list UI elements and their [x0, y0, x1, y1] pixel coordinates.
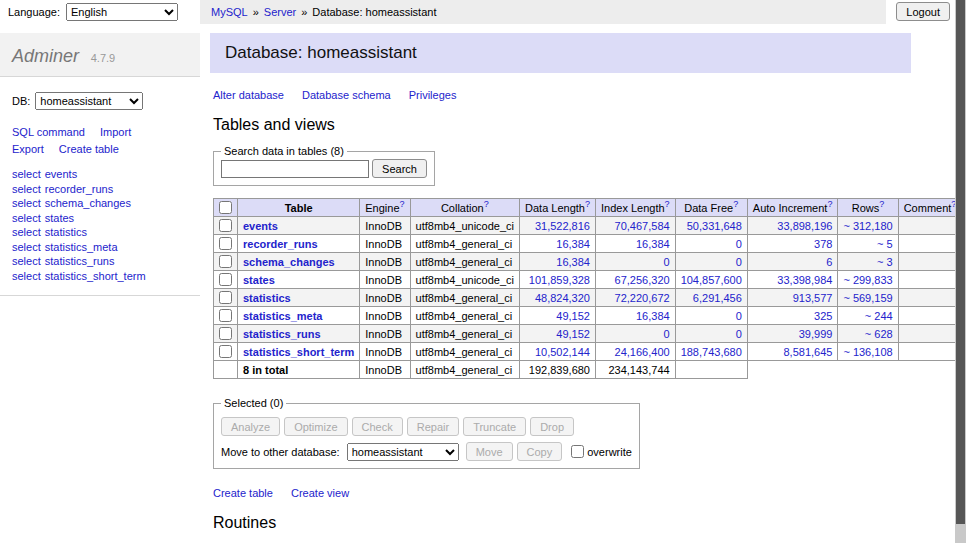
row-select-checkbox[interactable]: [219, 219, 232, 232]
sidebar-table-link[interactable]: recorder_runs: [45, 183, 113, 195]
row-select-checkbox[interactable]: [219, 345, 232, 358]
search-input[interactable]: [221, 160, 369, 178]
create-table-link-main[interactable]: Create table: [213, 487, 273, 499]
alter-database-link[interactable]: Alter database: [213, 89, 284, 101]
db-select[interactable]: homeassistant: [35, 92, 143, 110]
table-name-link[interactable]: schema_changes: [243, 256, 335, 268]
auto-increment-link[interactable]: 913,577: [793, 292, 833, 304]
data-free-link[interactable]: 0: [736, 256, 742, 268]
sidebar-table-link[interactable]: statistics_short_term: [45, 270, 146, 282]
table-name-link[interactable]: states: [243, 274, 275, 286]
vertical-scrollbar[interactable]: [955, 0, 966, 543]
data-free-help-link[interactable]: ?: [733, 199, 738, 209]
table-name-link[interactable]: statistics_runs: [243, 328, 321, 340]
row-select-checkbox[interactable]: [219, 291, 232, 304]
engine-help-link[interactable]: ?: [400, 199, 405, 209]
move-database-select[interactable]: homeassistant: [347, 443, 459, 461]
database-schema-link[interactable]: Database schema: [302, 89, 391, 101]
collation-help-link[interactable]: ?: [484, 199, 489, 209]
logout-button[interactable]: Logout: [896, 2, 950, 21]
index-length-help-link[interactable]: ?: [665, 199, 670, 209]
auto-increment-help-link[interactable]: ?: [827, 199, 832, 209]
create-table-link[interactable]: Create table: [59, 143, 119, 155]
data-length-link[interactable]: 48,824,320: [535, 292, 590, 304]
optimize-button[interactable]: Optimize: [284, 417, 347, 436]
check-button[interactable]: Check: [352, 417, 403, 436]
rows-help-link[interactable]: ?: [879, 199, 884, 209]
table-name-link[interactable]: recorder_runs: [243, 238, 318, 250]
data-length-link[interactable]: 31,522,816: [535, 220, 590, 232]
data-length-link[interactable]: 101,859,328: [529, 274, 590, 286]
auto-increment-link[interactable]: 325: [814, 310, 832, 322]
truncate-button[interactable]: Truncate: [463, 417, 526, 436]
breadcrumb-server-link[interactable]: Server: [264, 6, 296, 18]
data-free-link[interactable]: 0: [736, 328, 742, 340]
sidebar-select-link[interactable]: select: [12, 212, 41, 224]
data-free-link[interactable]: 0: [736, 310, 742, 322]
row-select-checkbox[interactable]: [219, 327, 232, 340]
overwrite-checkbox[interactable]: [571, 445, 584, 458]
rows-link[interactable]: ~ 5: [877, 238, 893, 250]
sidebar-select-link[interactable]: select: [12, 226, 41, 238]
index-length-link[interactable]: 24,166,400: [615, 346, 670, 358]
drop-button[interactable]: Drop: [530, 417, 574, 436]
table-name-link[interactable]: statistics_short_term: [243, 346, 354, 358]
scrollbar-thumb[interactable]: [956, 0, 965, 524]
breadcrumb-mysql-link[interactable]: MySQL: [211, 6, 248, 18]
data-length-help-link[interactable]: ?: [585, 199, 590, 209]
import-link[interactable]: Import: [100, 126, 131, 138]
auto-increment-link[interactable]: 8,581,645: [783, 346, 832, 358]
rows-link[interactable]: ~ 244: [865, 310, 893, 322]
index-length-link[interactable]: 16,384: [636, 238, 670, 250]
export-link[interactable]: Export: [12, 143, 44, 155]
index-length-link[interactable]: 16,384: [636, 310, 670, 322]
sidebar-select-link[interactable]: select: [12, 241, 41, 253]
data-free-link[interactable]: 188,743,680: [681, 346, 742, 358]
rows-link[interactable]: ~ 299,833: [843, 274, 892, 286]
rows-link[interactable]: ~ 136,108: [843, 346, 892, 358]
sidebar-select-link[interactable]: select: [12, 270, 41, 282]
auto-increment-link[interactable]: 6: [826, 256, 832, 268]
sidebar-select-link[interactable]: select: [12, 255, 41, 267]
sidebar-table-link[interactable]: schema_changes: [45, 197, 131, 209]
row-select-checkbox[interactable]: [219, 237, 232, 250]
data-length-link[interactable]: 49,152: [556, 310, 590, 322]
table-name-link[interactable]: statistics_meta: [243, 310, 323, 322]
data-length-link[interactable]: 16,384: [556, 256, 590, 268]
auto-increment-link[interactable]: 33,398,984: [777, 274, 832, 286]
data-length-link[interactable]: 49,152: [556, 328, 590, 340]
index-length-link[interactable]: 0: [664, 256, 670, 268]
select-all-checkbox[interactable]: [219, 201, 232, 214]
index-length-link[interactable]: 70,467,584: [615, 220, 670, 232]
rows-link[interactable]: ~ 3: [877, 256, 893, 268]
index-length-link[interactable]: 0: [664, 328, 670, 340]
data-free-link[interactable]: 0: [736, 238, 742, 250]
data-free-link[interactable]: 104,857,600: [681, 274, 742, 286]
sidebar-table-link[interactable]: statistics_runs: [45, 255, 115, 267]
data-length-link[interactable]: 16,384: [556, 238, 590, 250]
index-length-link[interactable]: 67,256,320: [615, 274, 670, 286]
rows-link[interactable]: ~ 312,180: [843, 220, 892, 232]
sidebar-select-link[interactable]: select: [12, 168, 41, 180]
row-select-checkbox[interactable]: [219, 273, 232, 286]
table-name-link[interactable]: events: [243, 220, 278, 232]
row-select-checkbox[interactable]: [219, 255, 232, 268]
auto-increment-link[interactable]: 378: [814, 238, 832, 250]
sidebar-table-link[interactable]: statistics: [45, 226, 87, 238]
move-button[interactable]: Move: [466, 442, 513, 461]
auto-increment-link[interactable]: 39,999: [799, 328, 833, 340]
rows-link[interactable]: ~ 569,159: [843, 292, 892, 304]
analyze-button[interactable]: Analyze: [221, 417, 280, 436]
adminer-logo-link[interactable]: Adminer: [12, 46, 79, 66]
data-free-link[interactable]: 50,331,648: [687, 220, 742, 232]
search-button[interactable]: Search: [372, 159, 427, 178]
sidebar-table-link[interactable]: events: [45, 168, 77, 180]
sidebar-select-link[interactable]: select: [12, 183, 41, 195]
table-name-link[interactable]: statistics: [243, 292, 291, 304]
data-free-link[interactable]: 6,291,456: [693, 292, 742, 304]
repair-button[interactable]: Repair: [407, 417, 459, 436]
sql-command-link[interactable]: SQL command: [12, 126, 85, 138]
privileges-link[interactable]: Privileges: [409, 89, 457, 101]
row-select-checkbox[interactable]: [219, 309, 232, 322]
copy-button[interactable]: Copy: [517, 442, 563, 461]
